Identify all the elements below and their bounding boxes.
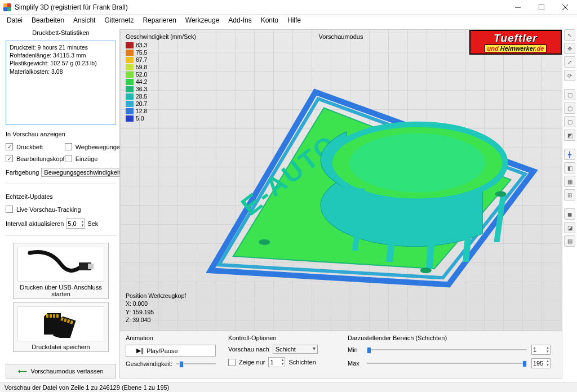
show-only-label: Zeige nur <box>239 359 265 366</box>
range-min-label: Min <box>348 346 362 353</box>
usb-icon <box>17 247 104 282</box>
menu-hilfe[interactable]: Hilfe <box>283 15 305 25</box>
tool-move-icon[interactable]: ✥ <box>564 43 575 54</box>
range-heading: Darzustellender Bereich (Schichten) <box>348 335 556 341</box>
svg-point-23 <box>420 268 432 273</box>
titlebar: Simplify 3D (registriert für Frank Brall… <box>0 0 577 15</box>
menubar: Datei Bearbeiten Ansicht Gitternetz Repa… <box>0 15 577 26</box>
show-only-spin[interactable]: 1▲▼ <box>268 357 285 367</box>
range-min-slider[interactable] <box>367 346 527 354</box>
show-only-unit: Schichten <box>288 359 316 366</box>
stats-box: Druckzeit: 9 hours 21 minutes Rohfadenlä… <box>6 41 116 125</box>
tool-cross-icon[interactable]: ⊞ <box>564 189 575 201</box>
menu-gitternetz[interactable]: Gitternetz <box>100 15 138 25</box>
svg-rect-2 <box>88 264 94 269</box>
tool-select-icon[interactable]: ↖ <box>564 29 575 41</box>
menu-werkzeuge[interactable]: Werkzeuge <box>181 15 224 25</box>
preview-by-select[interactable]: Schicht <box>273 345 318 354</box>
speed-slider[interactable] <box>176 360 216 368</box>
range-min-spin[interactable]: 1▲▼ <box>531 345 551 355</box>
svg-rect-6 <box>56 314 59 318</box>
svg-rect-4 <box>50 314 52 318</box>
play-pause-label: Play/Pause <box>147 348 178 354</box>
realtime-heading: Echtzeit-Updates <box>6 193 116 200</box>
menu-reparieren[interactable]: Reparieren <box>138 15 180 25</box>
usb-print-button[interactable]: Drucken über USB-Anschluss starten <box>13 243 109 299</box>
stat-cost: Materialkosten: 3.08 <box>10 68 112 75</box>
close-button[interactable] <box>553 0 577 15</box>
model-render: E-AUTO <box>143 47 551 290</box>
show-in-preview-heading: In Vorschau anzeigen <box>6 131 116 137</box>
view-iso-icon[interactable]: ◩ <box>564 130 575 141</box>
tool-grid-icon[interactable]: ▤ <box>564 235 575 247</box>
minimize-button[interactable] <box>506 0 530 15</box>
watermark-line1: Tueftler <box>494 32 537 44</box>
stat-weight: Plastikgewicht: 102.57 g (0.23 lb) <box>10 59 112 67</box>
menu-konto[interactable]: Konto <box>256 15 283 25</box>
viewport-3d[interactable]: Geschwindigkeit (mm/Sek) 83.375.567.759.… <box>119 29 562 378</box>
toolhead-position: Position Werkzeugkopf X: 0.000 Y: 159.19… <box>126 292 186 324</box>
maximize-button[interactable] <box>530 0 553 15</box>
play-pause-button[interactable]: ▶‖ Play/Pause <box>126 345 216 357</box>
chk-live-tracking[interactable] <box>6 206 13 213</box>
svg-point-16 <box>349 133 485 193</box>
status-text: Vorschau der Datei von Zeile 1 zu 246129… <box>5 384 169 391</box>
tool-axis-icon[interactable]: ╋ <box>564 149 575 160</box>
pos-y: Y: 159.195 <box>126 308 186 316</box>
sd-caption: Druckdatei speichern <box>32 344 90 350</box>
stat-filament: Rohfadenlänge: 34115.3 mm <box>10 51 112 59</box>
view-side-icon[interactable]: ▢ <box>564 116 575 127</box>
coloring-select[interactable]: Bewegungsgeschwindigkeit <box>41 168 128 177</box>
coloring-label: Farbgebung <box>6 169 39 176</box>
exit-preview-label: Vorschaumodus verlassen <box>30 368 103 375</box>
chk-bed-label: Druckbett <box>16 144 43 150</box>
interval-label: Intervall aktualisieren <box>6 220 64 227</box>
pos-x: X: 0.000 <box>126 300 186 308</box>
menu-bearbeiten[interactable]: Bearbeiten <box>27 15 69 25</box>
legend-title: Geschwindigkeit (mm/Sek) <box>126 33 196 40</box>
chk-live-label: Live Vorschau-Tracking <box>16 206 81 213</box>
tool-solid-icon[interactable]: ◼ <box>564 208 575 220</box>
app-icon <box>3 3 11 11</box>
chk-travel-label: Wegbewegungen <box>76 144 123 150</box>
sd-icon <box>17 306 104 341</box>
tool-cube-icon[interactable]: ◧ <box>564 162 575 173</box>
preview-by-label: Vorschau nach <box>228 346 269 353</box>
tool-shaded-icon[interactable]: ◪ <box>564 222 575 233</box>
control-options-heading: Kontroll-Optionen <box>228 335 335 341</box>
menu-addins[interactable]: Add-Ins <box>224 15 256 25</box>
svg-point-22 <box>259 239 270 245</box>
svg-rect-5 <box>53 314 55 318</box>
chk-retract[interactable] <box>65 155 72 162</box>
view-front-icon[interactable]: ▢ <box>564 103 575 114</box>
tool-scale-icon[interactable]: ⤢ <box>564 56 575 68</box>
chk-head[interactable] <box>6 155 13 162</box>
tool-rotate-icon[interactable]: ⟳ <box>564 70 575 81</box>
stat-print-time: Druckzeit: 9 hours 21 minutes <box>10 43 112 51</box>
tool-wire-icon[interactable]: ▦ <box>564 176 575 187</box>
interval-spin[interactable]: 5,0▲▼ <box>66 219 85 229</box>
range-max-label: Max <box>348 360 362 367</box>
viewport-mode-label: Vorschaumodus <box>319 33 363 40</box>
exit-preview-button[interactable]: ⟵ Vorschaumodus verlassen <box>6 364 116 378</box>
interval-unit: Sek <box>87 220 98 227</box>
view-top-icon[interactable]: ▢ <box>564 89 575 100</box>
chk-retract-label: Einzüge <box>76 155 98 162</box>
chk-travel[interactable] <box>65 143 72 150</box>
usb-caption: Drucken über USB-Anschluss starten <box>16 284 106 297</box>
save-file-button[interactable]: Druckdatei speichern <box>13 302 109 352</box>
chk-bed[interactable] <box>6 143 13 150</box>
menu-ansicht[interactable]: Ansicht <box>69 15 100 25</box>
menu-datei[interactable]: Datei <box>2 15 27 25</box>
range-max-spin[interactable]: 195▲▼ <box>531 358 551 368</box>
animation-heading: Animation <box>126 335 216 341</box>
play-pause-icon: ▶‖ <box>136 347 144 354</box>
svg-point-24 <box>495 191 506 197</box>
speed-label: Geschwindigkeit: <box>126 360 172 367</box>
chk-head-label: Bearbeitungskopf <box>16 155 65 162</box>
svg-rect-3 <box>46 314 48 318</box>
stats-heading: Druckbett-Statistiken <box>6 29 116 36</box>
range-max-slider[interactable] <box>367 359 527 367</box>
chk-show-only[interactable] <box>228 359 236 366</box>
svg-rect-0 <box>539 5 544 10</box>
